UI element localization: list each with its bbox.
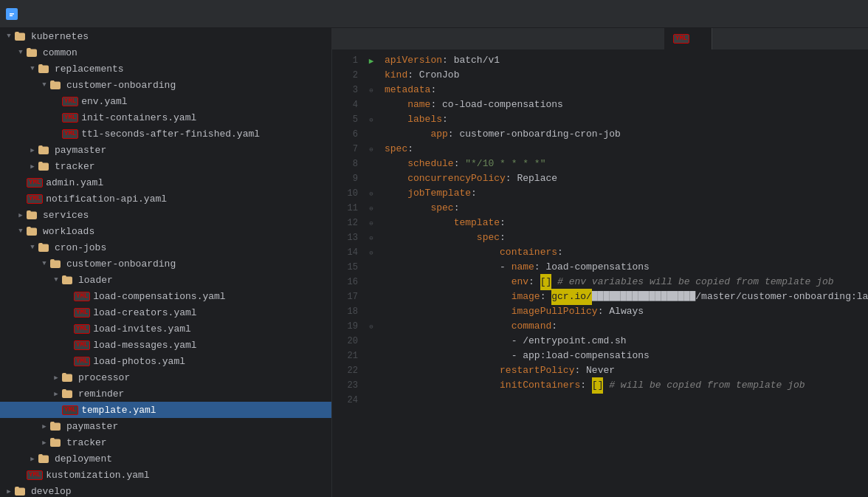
line-number: 12 — [332, 216, 358, 230]
tree-item-label: load-compensations.yaml — [93, 291, 225, 302]
tree-item-common[interactable]: common — [0, 44, 331, 61]
tree-item-label: deployment — [55, 453, 112, 465]
title-bar — [0, 0, 868, 28]
tree-item-tracker[interactable]: tracker — [0, 434, 331, 450]
tree-item-tracker[interactable]: tracker — [0, 158, 331, 174]
code-line: kind: CronJob — [385, 68, 868, 83]
gutter-fold: ⊖ — [365, 230, 377, 245]
tree-item-admin-yaml[interactable]: YMLadmin.yaml — [0, 174, 331, 191]
arrow-icon — [15, 225, 27, 237]
code-value: app:load-compensations — [523, 349, 650, 363]
gutter-fold — [365, 127, 377, 142]
yaml-file-icon: YML — [62, 405, 78, 415]
tree-item-label: env.yaml — [81, 96, 127, 107]
main-content: kubernetescommonreplacementscustomer-onb… — [0, 28, 868, 497]
tree-item-env-yaml[interactable]: YMLenv.yaml — [0, 93, 331, 109]
gutter-fold: ⊖ — [365, 216, 377, 230]
tree-item-replacements[interactable]: replacements — [0, 61, 331, 77]
tree-item-workloads[interactable]: workloads — [0, 223, 331, 239]
tree-item-label: processor — [78, 372, 130, 383]
folder-icon — [50, 258, 63, 270]
arrow-icon — [27, 144, 38, 156]
tree-item-template-yaml[interactable]: YMLtemplate.yaml — [0, 402, 331, 418]
svg-rect-1 — [10, 13, 14, 15]
code-value-string: "*/10 * * * *" — [465, 157, 545, 171]
yaml-file-icon: YML — [74, 340, 90, 350]
folder-icon — [27, 47, 40, 58]
tree-item-label: services — [43, 210, 89, 221]
yaml-file-icon: YML — [74, 292, 90, 301]
code-value: /master/customer-onboarding:latest — [695, 289, 868, 304]
tree-item-reminder[interactable]: reminder — [0, 385, 331, 402]
code-key: initContainers — [500, 378, 580, 393]
tree-item-label: tracker — [66, 437, 107, 448]
tree-item-label: reminder — [78, 388, 124, 400]
tree-item-develop[interactable]: develop — [0, 483, 331, 497]
tree-item-init-containers-yaml[interactable]: YMLinit-containers.yaml — [0, 109, 331, 126]
arrow-icon — [27, 241, 38, 253]
arrow-icon — [27, 453, 38, 465]
code-line: imagePullPolicy: Always — [385, 304, 868, 319]
yaml-file-icon: YML — [74, 357, 90, 366]
folder-icon — [50, 80, 63, 91]
code-punct: : — [574, 363, 586, 378]
tree-item-label: develop — [31, 486, 72, 497]
tree-item-loader[interactable]: loader — [0, 272, 331, 288]
line-number: 22 — [332, 363, 358, 378]
code-punct: : — [500, 230, 506, 245]
folder-icon — [50, 437, 63, 448]
tree-item-ttl-seconds-after-finished-yaml[interactable]: YMLttl-seconds-after-finished.yaml — [0, 126, 331, 142]
code-key: imagePullPolicy — [512, 304, 598, 319]
tree-item-customer-onboarding[interactable]: customer-onboarding — [0, 77, 331, 93]
folder-icon — [15, 486, 28, 497]
tree-item-deployment[interactable]: deployment — [0, 450, 331, 467]
tree-item-services[interactable]: services — [0, 207, 331, 223]
code-punct: : — [580, 378, 592, 393]
code-line: command: — [385, 319, 868, 334]
tree-item-label: template.yaml — [81, 405, 156, 416]
tree-item-paymaster[interactable]: paymaster — [0, 142, 331, 158]
line-number: 20 — [332, 334, 358, 349]
tree-item-load-compensations-yaml[interactable]: YMLload-compensations.yaml — [0, 288, 331, 304]
title-bar-left — [6, 8, 154, 20]
code-line: spec: — [385, 201, 868, 216]
tree-item-label: load-photos.yaml — [93, 356, 185, 367]
tree-item-load-messages-yaml[interactable]: YMLload-messages.yaml — [0, 337, 331, 353]
tree-item-load-creators-yaml[interactable]: YMLload-creators.yaml — [0, 304, 331, 321]
tree-item-processor[interactable]: processor — [0, 369, 331, 385]
code-key: labels — [407, 112, 442, 127]
gutter: ▶⊖⊖⊖⊖⊖⊖⊖⊖⊖ — [365, 50, 379, 497]
gutter-fold — [365, 171, 377, 186]
arrow-icon — [38, 420, 50, 432]
yaml-file-icon: YML — [27, 178, 43, 188]
tree-item-load-photos-yaml[interactable]: YMLload-photos.yaml — [0, 353, 331, 369]
tree-item-label: workloads — [43, 226, 94, 237]
tree-item-label: customer-onboarding — [66, 258, 176, 270]
tree-item-customer-onboarding[interactable]: customer-onboarding — [0, 256, 331, 272]
code-punct: : — [551, 319, 557, 334]
tree-item-notification-api-yaml[interactable]: YMLnotification-api.yaml — [0, 191, 331, 207]
tree-item-cron-jobs[interactable]: cron-jobs — [0, 239, 331, 256]
tree-item-load-invites-yaml[interactable]: YMLload-invites.yaml — [0, 321, 331, 337]
tree-item-kustomization-yaml[interactable]: YMLkustomization.yaml — [0, 467, 331, 483]
code-line: labels: — [385, 112, 868, 127]
code-line: spec: — [385, 142, 868, 157]
gutter-fold — [365, 275, 377, 289]
line-number: 14 — [332, 245, 358, 260]
yaml-file-icon: YML — [74, 308, 90, 318]
arrow-icon — [38, 436, 50, 448]
code-key: apiVersion — [385, 53, 442, 68]
tree-item-kubernetes[interactable]: kubernetes — [0, 28, 331, 44]
gutter-fold — [365, 349, 377, 363]
yaml-file-icon: YML — [74, 324, 90, 334]
code-line: spec: — [385, 230, 868, 245]
editor-tab[interactable]: YML — [664, 28, 712, 49]
yaml-file-icon: YML — [27, 194, 43, 204]
yaml-file-icon: YML — [62, 129, 78, 139]
code-value: ██████████████████ — [592, 289, 695, 304]
code-punct: : — [442, 53, 454, 68]
tree-item-label: notification-api.yaml — [46, 193, 167, 205]
code-punct: : — [528, 275, 540, 289]
tree-item-paymaster[interactable]: paymaster — [0, 418, 331, 434]
editor-content: 123456789101112131415161718192021222324 … — [332, 50, 868, 497]
